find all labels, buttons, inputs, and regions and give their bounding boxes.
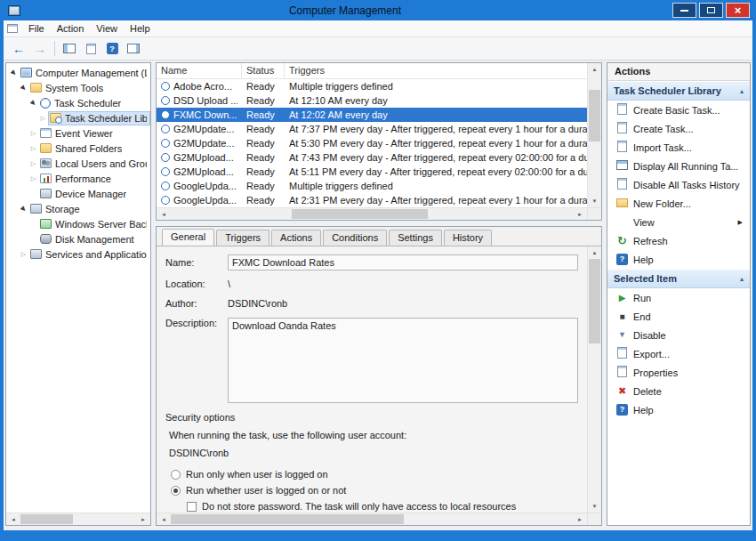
scroll-track[interactable] bbox=[588, 259, 601, 500]
action-end[interactable]: ■End bbox=[607, 307, 750, 326]
toolbar-help-button[interactable]: ? bbox=[101, 39, 123, 58]
action-create-task[interactable]: Create Task... bbox=[607, 119, 750, 138]
scroll-right-arrow[interactable]: ► bbox=[573, 208, 587, 220]
action-properties[interactable]: Properties bbox=[607, 363, 750, 382]
tab-general[interactable]: General bbox=[162, 229, 214, 246]
menu-help[interactable]: Help bbox=[124, 21, 157, 36]
column-header-triggers[interactable]: Triggers bbox=[285, 63, 587, 78]
toolbar-export-list-button[interactable] bbox=[80, 39, 101, 58]
tab-actions[interactable]: Actions bbox=[271, 230, 321, 246]
scroll-thumb[interactable] bbox=[589, 259, 600, 343]
toolbar-show-action-pane-button[interactable] bbox=[123, 39, 144, 58]
task-row-g2mupload[interactable]: G2MUpload...ReadyAt 7:43 PM every day - … bbox=[157, 150, 587, 165]
action-refresh[interactable]: ↻Refresh bbox=[607, 231, 750, 250]
tree-node[interactable]: Services and Applications bbox=[28, 247, 150, 262]
tree-item-system-tools[interactable]: ▶System Tools bbox=[6, 80, 150, 95]
scroll-left-arrow[interactable]: ◄ bbox=[157, 513, 171, 525]
tree-node[interactable]: Storage bbox=[28, 202, 84, 216]
tree-item-services-and-applications[interactable]: ▷Services and Applications bbox=[6, 246, 150, 262]
option-run-logged-on[interactable]: Run only when user is logged on bbox=[171, 467, 573, 481]
tab-history[interactable]: History bbox=[444, 230, 492, 246]
section-header-task-scheduler-library[interactable]: Task Scheduler Library▴ bbox=[607, 81, 750, 101]
action-export[interactable]: Export... bbox=[607, 344, 750, 363]
task-row-g2mupload[interactable]: G2MUpload...ReadyAt 5:11 PM every day - … bbox=[157, 165, 587, 179]
tree-node[interactable]: Shared Folders bbox=[38, 141, 125, 156]
action-create-basic-task[interactable]: Create Basic Task... bbox=[607, 101, 750, 119]
tree-item-event-viewer[interactable]: ▷Event Viewer bbox=[6, 125, 150, 141]
tree-horizontal-scrollbar[interactable]: ◄ ► bbox=[6, 513, 150, 525]
menu-file[interactable]: File bbox=[22, 21, 51, 36]
expand-arrow-icon[interactable]: ▷ bbox=[28, 130, 38, 137]
details-vertical-scrollbar[interactable]: ▲ ▼ bbox=[587, 246, 601, 513]
tree-item-windows-server-backup[interactable]: Windows Server Backup bbox=[6, 216, 150, 231]
tree-node[interactable]: Task Scheduler bbox=[38, 96, 125, 110]
scroll-right-arrow[interactable]: ► bbox=[136, 513, 150, 525]
scroll-right-arrow[interactable]: ► bbox=[573, 513, 587, 525]
scroll-track[interactable] bbox=[588, 76, 601, 195]
details-horizontal-scrollbar[interactable]: ◄ ► bbox=[157, 513, 601, 525]
scroll-up-arrow[interactable]: ▲ bbox=[588, 246, 601, 259]
tab-triggers[interactable]: Triggers bbox=[216, 230, 269, 246]
tree-node[interactable]: Computer Management (Local bbox=[19, 66, 150, 80]
tree-item-disk-management[interactable]: Disk Management bbox=[6, 231, 150, 246]
description-field[interactable]: Download Oanda Rates bbox=[228, 318, 578, 403]
task-row-g2mupdate[interactable]: G2MUpdate...ReadyAt 5:30 PM every day - … bbox=[157, 136, 587, 150]
tree-node[interactable]: Device Manager bbox=[38, 187, 130, 201]
column-header-status[interactable]: Status bbox=[242, 63, 285, 78]
tree-item-local-users-and-groups[interactable]: ▷Local Users and Groups bbox=[6, 156, 150, 171]
scroll-track[interactable] bbox=[20, 513, 136, 525]
title-bar[interactable]: Computer Management × bbox=[4, 0, 752, 20]
expand-arrow-icon[interactable]: ▷ bbox=[19, 251, 28, 258]
task-row-dsd-upload[interactable]: DSD Upload ...ReadyAt 12:10 AM every day bbox=[157, 93, 587, 108]
section-header-selected-item[interactable]: Selected Item▴ bbox=[607, 269, 750, 288]
tree-node[interactable]: Event Viewer bbox=[38, 126, 117, 141]
radio-run-whether-logged-on[interactable] bbox=[171, 486, 181, 496]
radio-run-logged-on[interactable] bbox=[171, 470, 181, 480]
task-row-fxmc-down[interactable]: FXMC Down...ReadyAt 12:02 AM every day bbox=[157, 108, 587, 122]
tree-item-shared-folders[interactable]: ▷Shared Folders bbox=[6, 141, 150, 156]
tree-item-computer-management-local[interactable]: ▶Computer Management (Local bbox=[6, 65, 150, 80]
tree-item-task-scheduler[interactable]: ▶Task Scheduler bbox=[6, 95, 150, 110]
maximize-button[interactable] bbox=[699, 3, 723, 18]
action-delete[interactable]: ✖Delete bbox=[607, 382, 750, 400]
name-field[interactable]: FXMC Download Rates bbox=[228, 254, 578, 270]
action-help[interactable]: ?Help bbox=[607, 250, 750, 269]
scroll-thumb[interactable] bbox=[20, 514, 73, 524]
scroll-thumb[interactable] bbox=[292, 209, 429, 219]
menu-view[interactable]: View bbox=[90, 21, 124, 36]
action-view[interactable]: View▶ bbox=[607, 213, 750, 231]
scroll-track[interactable] bbox=[171, 208, 573, 220]
tree-item-task-scheduler-libra[interactable]: ▷Task Scheduler Libra bbox=[6, 110, 150, 125]
tab-settings[interactable]: Settings bbox=[389, 230, 442, 246]
expand-arrow-icon[interactable]: ▷ bbox=[28, 160, 38, 167]
minimize-button[interactable] bbox=[672, 3, 696, 18]
tree-item-performance[interactable]: ▷Performance bbox=[6, 171, 150, 186]
scroll-left-arrow[interactable]: ◄ bbox=[6, 513, 20, 525]
action-disable-all-tasks-history[interactable]: Disable All Tasks History bbox=[607, 175, 750, 194]
action-disable[interactable]: ▼Disable bbox=[607, 326, 750, 344]
expand-arrow-icon[interactable]: ▷ bbox=[38, 115, 48, 122]
action-display-all-running-ta[interactable]: Display All Running Ta... bbox=[607, 157, 750, 175]
task-row-googleupda[interactable]: GoogleUpda...ReadyMultiple triggers defi… bbox=[157, 179, 587, 193]
checkbox-no-password[interactable] bbox=[187, 502, 197, 512]
scroll-up-arrow[interactable]: ▲ bbox=[588, 63, 601, 76]
menu-action[interactable]: Action bbox=[51, 21, 91, 36]
tree-node[interactable]: Task Scheduler Libra bbox=[48, 111, 150, 125]
task-row-g2mupdate[interactable]: G2MUpdate...ReadyAt 7:37 PM every day - … bbox=[157, 122, 587, 136]
tab-conditions[interactable]: Conditions bbox=[323, 230, 387, 246]
close-button[interactable]: × bbox=[726, 3, 750, 18]
expand-arrow-icon[interactable]: ▷ bbox=[28, 175, 38, 182]
task-row-adobe-acro[interactable]: Adobe Acro...ReadyMultiple triggers defi… bbox=[157, 79, 587, 93]
toolbar-back-button[interactable]: ← bbox=[8, 39, 29, 58]
tree-item-device-manager[interactable]: Device Manager bbox=[6, 186, 150, 201]
option-run-any[interactable]: Run whether user is logged on or not bbox=[171, 483, 573, 497]
tree-node[interactable]: Performance bbox=[38, 172, 115, 186]
toolbar-forward-button[interactable]: → bbox=[29, 39, 51, 58]
scroll-down-arrow[interactable]: ▼ bbox=[588, 500, 601, 513]
action-import-task[interactable]: Import Task... bbox=[607, 138, 750, 157]
column-header-name[interactable]: Name bbox=[157, 63, 242, 78]
scroll-thumb[interactable] bbox=[589, 90, 600, 141]
expand-arrow-icon[interactable]: ▷ bbox=[28, 145, 38, 152]
action-run[interactable]: ▶Run bbox=[607, 288, 750, 307]
task-list-vertical-scrollbar[interactable]: ▲ ▼ bbox=[587, 63, 601, 207]
